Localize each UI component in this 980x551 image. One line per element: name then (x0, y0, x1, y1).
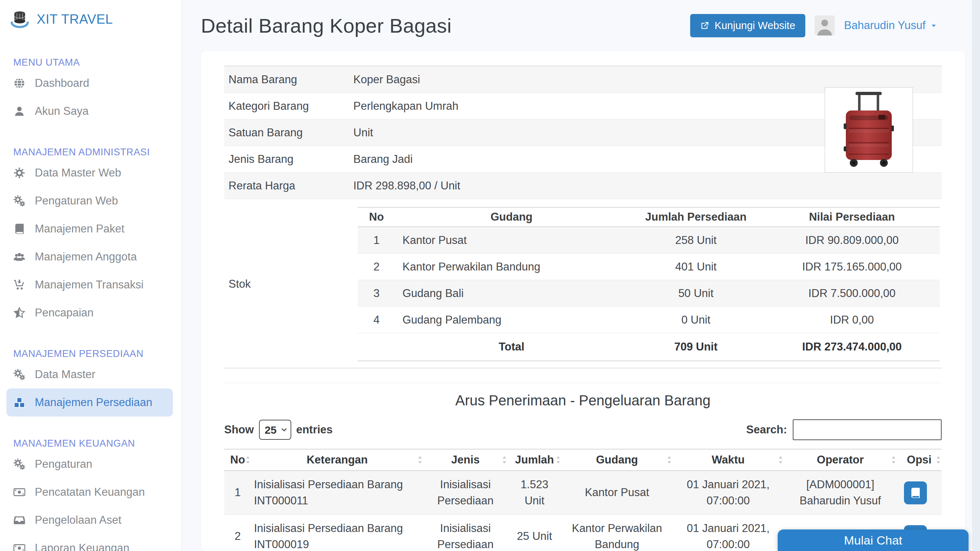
sort-icon (936, 455, 941, 464)
sidebar-item[interactable]: Laporan Keuangan (0, 534, 181, 551)
sort-icon (556, 455, 561, 464)
stok-column-header: Gudang (395, 210, 628, 223)
flow-column-header[interactable]: Jumlah (508, 449, 562, 470)
flow-column-label: Jenis (451, 454, 480, 467)
stok-table-row: 1 Kantor Pusat 258 Unit IDR 90.809.000,0… (358, 227, 940, 253)
stok-cell-no: 3 (358, 287, 395, 300)
sidebar-item-label: Pengelolaan Aset (35, 514, 121, 527)
mulai-chat-button[interactable]: Mulai Chat (778, 529, 969, 551)
sidebar-item[interactable]: Pengelolaan Aset (0, 506, 181, 534)
sidebar-item[interactable]: Manajemen Persediaan (6, 389, 173, 416)
stok-cell-jumlah: 50 Unit (628, 287, 764, 300)
flow-cell-keterangan: Inisialisasi Persediaan Barang INT000019 (251, 516, 423, 551)
sidebar-item[interactable]: Dashboard (0, 69, 181, 97)
main-area: Detail Barang Koper Bagasi Kunjungi Webs… (182, 0, 972, 551)
flow-cell-jumlah: 1.523 Unit (508, 472, 562, 514)
sidebar-item-icon (13, 167, 28, 179)
sidebar-item[interactable]: Pencatatan Keuangan (0, 478, 181, 506)
brand[interactable]: XIT TRAVEL (0, 8, 181, 31)
sidebar-item-icon (13, 279, 28, 291)
avatar[interactable] (815, 16, 835, 35)
flow-column-label: No (230, 454, 245, 467)
sidebar-item[interactable]: Manajemen Paket (0, 215, 181, 243)
stok-cell-nilai: IDR 90.809.000,00 (764, 234, 940, 247)
stok-table-header: No Gudang Jumlah Persediaan Nilai Persed… (358, 207, 940, 227)
stok-label: Stok (224, 278, 353, 291)
detail-label: Kategori Barang (224, 100, 353, 113)
flow-column-header[interactable]: Gudang (562, 449, 673, 470)
detail-value: IDR 298.898,00 / Unit (353, 179, 942, 192)
detail-card: Nama Barang Koper Bagasi Kategori Barang… (201, 51, 965, 551)
sidebar-item-label: Laporan Keuangan (35, 541, 129, 551)
flow-column-header[interactable]: Opsi (897, 449, 942, 470)
page-size-select[interactable]: 25 (259, 420, 291, 440)
flow-cell-gudang: Kantor Perwakilan Bandung (562, 516, 673, 551)
sidebar-item[interactable]: Manajemen Anggota (0, 243, 181, 271)
sidebar-item-icon (13, 307, 28, 319)
stok-cell-no: 4 (358, 314, 395, 326)
flow-cell-opsi (897, 476, 942, 510)
stok-table-row: 4 Gudang Palembang 0 Unit IDR 0,00 (358, 307, 940, 333)
stok-cell-gudang: Kantor Pusat (395, 234, 628, 247)
stok-table-row: 3 Gudang Bali 50 Unit IDR 7.500.000,00 (358, 280, 940, 307)
flow-column-header[interactable]: Jenis (423, 449, 508, 470)
stok-cell-nilai: IDR 175.165.000,00 (764, 260, 940, 273)
sidebar-item-label: Manajemen Paket (35, 222, 124, 235)
sidebar-item[interactable]: Pengaturan Web (0, 187, 181, 215)
flow-cell-keterangan: Inisialisasi Persediaan Barang INT000011 (251, 472, 423, 514)
flow-section-title: Arus Penerimaan - Pengeluaran Barang (224, 392, 942, 409)
stok-cell-gudang: Gudang Palembang (395, 314, 628, 326)
detail-row: Rerata Harga IDR 298.898,00 / Unit (224, 172, 942, 199)
book-icon (909, 487, 921, 499)
stok-table-row: 2 Kantor Perwakilan Bandung 401 Unit IDR… (358, 253, 940, 280)
flow-cell-jumlah: 25 Unit (508, 523, 562, 549)
flow-column-label: Operator (817, 454, 864, 467)
search-input[interactable] (793, 419, 942, 440)
sidebar-item-icon (13, 195, 28, 207)
stok-cell-jumlah: 258 Unit (628, 234, 764, 247)
user-menu[interactable]: Baharudin Yusuf (844, 19, 938, 32)
stok-cell-jumlah: 0 Unit (628, 314, 764, 326)
detail-value: Koper Bagasi (353, 73, 942, 86)
sidebar-item[interactable]: Data Master (0, 360, 181, 389)
flow-column-header[interactable]: Keterangan (251, 449, 423, 470)
flow-column-header[interactable]: No (224, 449, 251, 470)
sidebar-section-heading: MANAJEMEN ADMINISTRASI (0, 146, 181, 158)
topbar-right: Kunjungi Website Baharudin Yusuf (690, 14, 938, 37)
stok-total-label: Total (395, 341, 628, 354)
user-name: Baharudin Yusuf (844, 19, 926, 32)
sidebar-item[interactable]: Manajemen Transaksi (0, 271, 181, 299)
entries-label: entries (296, 423, 333, 436)
sidebar-item[interactable]: Akun Saya (0, 97, 181, 125)
sidebar-item[interactable]: Pengaturan (0, 450, 181, 478)
sidebar-item[interactable]: Pencapaian (0, 299, 181, 327)
sidebar-item-icon (13, 223, 28, 235)
flow-column-label: Gudang (596, 454, 638, 467)
sidebar-item-label: Pengaturan (35, 458, 92, 471)
sidebar-item-icon (13, 514, 28, 526)
sidebar-item[interactable]: Data Master Web (0, 159, 181, 187)
flow-column-header[interactable]: Operator (784, 449, 897, 470)
flow-cell-waktu: 01 Januari 2021, 07:00:00 (673, 472, 784, 514)
sidebar-item-label: Pencatatan Keuangan (35, 486, 145, 498)
sort-icon (891, 455, 896, 464)
flow-cell-jenis: Inisialisasi Persediaan (423, 516, 508, 551)
stok-cell-jumlah: 401 Unit (628, 260, 764, 273)
section-divider (224, 368, 942, 368)
sidebar-item-label: Pencapaian (35, 306, 94, 319)
sidebar-item-label: Data Master (35, 368, 95, 381)
sidebar-section-heading: MANAJEMEN PERSEDIAAN (0, 347, 181, 360)
flow-column-label: Waktu (712, 454, 745, 467)
sidebar-nav: MENU UTAMA Dashboard Akun Saya MANAJEMEN… (0, 31, 181, 551)
flow-cell-jenis: Inisialisasi Persediaan (423, 472, 508, 514)
flow-column-header[interactable]: Waktu (673, 449, 784, 470)
stok-cell-nilai: IDR 0,00 (764, 314, 940, 326)
search-label: Search: (746, 423, 787, 436)
sidebar-section-heading: MENU UTAMA (0, 56, 181, 68)
visit-website-button[interactable]: Kunjungi Website (690, 14, 805, 37)
stok-cell-gudang: Kantor Perwakilan Bandung (395, 260, 628, 273)
detail-opsi-button[interactable] (904, 481, 927, 504)
detail-label: Jenis Barang (224, 153, 353, 166)
scroll-gutter[interactable] (972, 0, 980, 551)
sidebar-item-icon (13, 368, 28, 381)
